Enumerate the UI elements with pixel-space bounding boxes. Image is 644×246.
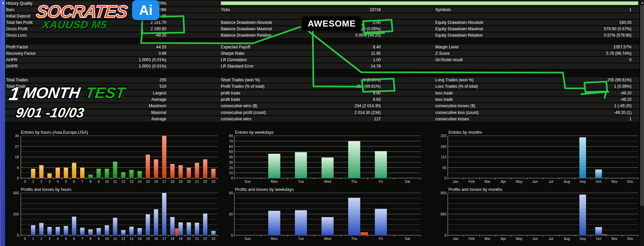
y-axis-label: 700 <box>229 191 233 195</box>
bar <box>72 163 76 178</box>
stat-value: -49.20 <box>155 33 166 38</box>
y-axis-label: 18 <box>15 155 19 159</box>
stat-label: Symbols <box>435 7 451 12</box>
stat-value: 579.90 (0.57%) <box>604 27 632 31</box>
stat-value: 255 (99.61%) <box>607 78 632 82</box>
stat-value: 1 <box>629 117 632 121</box>
x-axis-label: 9 <box>98 237 100 241</box>
x-axis-label: Tue <box>298 179 304 183</box>
bar <box>178 222 183 235</box>
x-axis-label: Jan <box>453 179 459 183</box>
bar <box>203 159 207 178</box>
chart-pl-by-months: Profits and losses by months09501900JanF… <box>440 186 640 243</box>
stat-value: Maximum <box>149 104 166 108</box>
stat-label: AHPR <box>6 57 17 62</box>
stat-label: Balance Drawdown Absolute <box>221 20 272 25</box>
x-axis-label: 18 <box>170 179 174 183</box>
stat-value: 180.00 <box>619 20 632 25</box>
x-axis-label: Mar <box>484 237 491 241</box>
chart-title: Profits and losses by months <box>448 187 502 192</box>
bar <box>47 227 52 235</box>
x-axis-label: Apr <box>501 179 506 183</box>
x-axis-label: 7 <box>81 237 83 241</box>
x-axis-label: 12 <box>121 237 125 241</box>
y-axis-label: 40 <box>229 155 233 159</box>
bar <box>187 222 191 235</box>
y-axis-label: 80 <box>229 134 233 138</box>
stat-value: 3.69 <box>159 51 166 56</box>
y-axis-label: 0 <box>231 176 233 180</box>
chart-title: Entries by weekdays <box>235 130 274 135</box>
x-axis-label: 3 <box>48 237 50 241</box>
y-axis-label: 20 <box>229 166 233 170</box>
x-axis-label: 17 <box>162 237 166 241</box>
y-axis-label: 10 <box>229 171 233 175</box>
bar <box>137 171 142 178</box>
stat-row: Recovery Factor3.69Sharpe Ratio11.95Z-Sc… <box>5 51 639 56</box>
bar <box>137 228 142 235</box>
stat-value: 1.0001 (0.01%) <box>139 64 166 69</box>
x-axis-label: Tue <box>298 237 304 241</box>
x-axis-label: 10 <box>105 237 109 241</box>
stat-value: 1.00 <box>373 57 381 62</box>
stat-label: Initial Deposit <box>6 14 30 18</box>
x-axis-label: Dec <box>627 237 634 241</box>
bar <box>39 223 43 235</box>
strategy-tester-report-window: × History Quality100%Bars6066Ticks23716S… <box>0 0 644 246</box>
x-axis-label: Aug <box>564 237 570 241</box>
bar <box>203 213 207 235</box>
stat-label: Equity Drawdown Absolute <box>435 20 483 25</box>
x-axis-label: Sat <box>405 237 410 241</box>
x-axis-label: 23 <box>211 179 215 183</box>
bar <box>348 141 360 178</box>
chart-entries-by-weekdays: Entries by weekdays01020304050607080SunM… <box>229 128 422 186</box>
chart-entries-by-months: Entries by months055110165220JanFebMarAp… <box>440 128 640 186</box>
bar <box>170 217 175 235</box>
x-axis-label: Aug <box>564 179 570 183</box>
close-icon[interactable]: × <box>1 1 5 5</box>
chart-pl-by-hours: Profits and losses by hours0150300012345… <box>12 186 220 243</box>
bar <box>97 228 101 235</box>
loss-bar <box>175 228 178 235</box>
stat-value: 1 (0.39%) <box>614 84 632 89</box>
scrollbar-up-arrow-icon[interactable] <box>641 2 644 4</box>
bar <box>39 165 43 178</box>
x-axis-label: Thu <box>351 237 357 241</box>
y-axis-label: 1900 <box>440 191 446 195</box>
x-axis-label: Sep <box>580 179 586 183</box>
x-axis-label: 16 <box>154 179 158 183</box>
x-axis-label: Thu <box>351 179 357 183</box>
x-axis-label: Fri <box>379 179 383 183</box>
scrollbar-thumb[interactable] <box>640 5 644 206</box>
x-axis-label: 21 <box>195 237 199 241</box>
x-axis-label: 15 <box>146 237 150 241</box>
stat-label: Balance Drawdown Relative <box>221 33 271 38</box>
x-axis-label: 2 <box>40 237 42 241</box>
y-axis-label: 30 <box>229 160 233 164</box>
bar <box>268 154 280 178</box>
x-axis-label: 10 <box>105 179 109 183</box>
bar <box>579 137 586 178</box>
bar <box>195 223 199 235</box>
bar <box>64 226 68 235</box>
stat-value: -49.20 <box>620 91 632 95</box>
x-axis-label: 3 <box>48 179 50 183</box>
bar <box>47 173 52 178</box>
x-axis-label: 20 <box>187 179 191 183</box>
stat-value: 2 014.30 (234) <box>354 110 381 115</box>
x-axis-label: 18 <box>170 237 174 241</box>
x-axis-label: Oct <box>596 237 601 241</box>
x-axis-label: May <box>516 237 523 241</box>
bar <box>187 168 191 178</box>
vertical-scrollbar[interactable] <box>640 0 644 246</box>
x-axis-label: 11 <box>113 179 117 183</box>
stat-row: Profit Factor44.53Expected Payoff8.40Mar… <box>5 44 639 50</box>
stat-value: 234 (2 014.30) <box>354 104 381 108</box>
bar <box>129 170 134 178</box>
y-axis-label: 60 <box>229 145 233 149</box>
bar <box>129 227 134 235</box>
bar <box>113 218 117 235</box>
bar <box>113 162 117 178</box>
bar <box>56 227 60 235</box>
stat-label: Equity Drawdown Relative <box>435 33 482 38</box>
